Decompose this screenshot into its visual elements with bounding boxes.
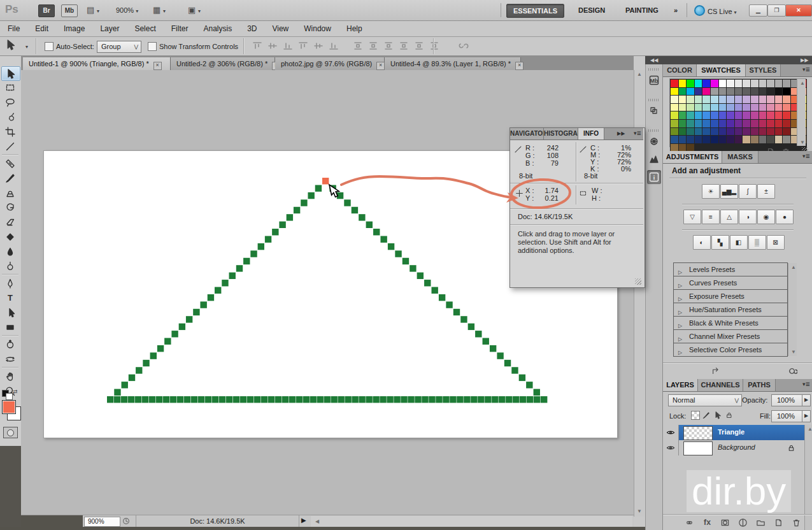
distribute-left-edges-icon[interactable] [399,41,410,52]
panel-menu-icon[interactable]: ▾≣ [802,153,810,159]
distribute-right-edges-icon[interactable] [429,41,441,52]
color-swatch[interactable] [775,88,783,96]
workspace-painting[interactable]: PAINTING [619,4,665,17]
color-swatch[interactable] [702,111,710,119]
history-panel-icon[interactable] [647,104,661,118]
color-swatch[interactable] [679,80,687,87]
color-swatch[interactable] [759,104,767,111]
color-swatch[interactable] [679,136,687,143]
tab-paths[interactable]: PATHS [743,379,776,391]
layer-style-button[interactable]: fx [702,518,712,530]
gradient-map-icon[interactable]: ▒ [748,235,766,250]
threshold-icon[interactable]: ◧ [730,235,748,250]
tab-close-icon[interactable]: × [376,62,385,70]
color-swatch[interactable] [783,80,790,87]
link-layers-button[interactable] [685,518,694,530]
color-swatch[interactable] [719,96,727,103]
cs-live-button[interactable]: CS Live ▾ [694,5,737,16]
color-swatch[interactable] [751,120,759,127]
photo-filter-icon[interactable]: ◉ [757,210,775,224]
color-swatch[interactable] [687,96,694,103]
color-swatch[interactable] [679,128,687,136]
new-layer-button[interactable] [774,518,783,530]
close-button[interactable]: ✕ [785,4,812,17]
color-swatch[interactable] [743,80,750,87]
preset-black-white-presets[interactable]: ▷Black & White Presets [673,316,788,330]
align-left-edges-icon[interactable] [298,41,310,52]
fill-slider-button[interactable]: ▶ [802,410,811,422]
color-swatch[interactable] [759,136,767,143]
color-swatch[interactable] [679,144,687,152]
layer-visibility-icon[interactable] [663,425,679,440]
color-swatch[interactable] [743,104,750,111]
color-swatch[interactable] [735,96,743,103]
color-swatch[interactable] [671,88,678,96]
color-swatch[interactable] [775,96,783,103]
color-swatch[interactable] [671,96,678,103]
tab-close-icon[interactable]: × [153,62,162,70]
color-swatch[interactable] [759,128,767,136]
color-swatch[interactable] [759,111,767,119]
arrange-documents-icon[interactable]: ▦ ▾ [153,5,166,17]
color-swatch[interactable] [687,144,694,152]
foreground-color-swatch[interactable] [2,400,16,414]
workspace-design[interactable]: DESIGN [572,4,611,17]
color-swatch[interactable] [783,128,790,136]
color-swatch[interactable] [719,88,727,96]
distribute-vertical-centers-icon[interactable] [368,41,380,52]
color-swatch[interactable] [775,104,783,111]
zoom-level-dropdown[interactable]: 900% ▾ [116,6,138,14]
color-swatch[interactable] [759,80,767,87]
hand-tool[interactable] [1,369,19,383]
tab-channels[interactable]: CHANNELS [698,379,743,391]
color-swatch[interactable] [695,111,702,119]
scroll-down-icon[interactable]: ▼ [788,349,799,355]
align-horizontal-centers-icon[interactable] [313,41,325,52]
menu-view[interactable]: View [264,24,296,33]
color-swatch[interactable] [735,120,743,127]
color-balance-icon[interactable]: △ [720,210,738,224]
tab-histogram[interactable]: HISTOGRAM [544,128,578,140]
color-swatch[interactable] [719,136,727,143]
color-swatch[interactable] [711,136,718,143]
tab-close-icon[interactable]: × [515,62,524,70]
color-swatch[interactable] [671,111,678,119]
gradient-tool[interactable] [1,230,19,243]
color-swatch[interactable] [759,96,767,103]
type-tool[interactable]: T [1,291,19,304]
horizontal-scrollbar[interactable]: ◀ [311,516,632,527]
eraser-tool[interactable] [1,215,19,229]
invert-icon[interactable]: ◐ [693,235,711,250]
preset-selective-color-presets[interactable]: ▷Selective Color Presets [673,343,788,357]
color-swatch[interactable] [679,104,687,111]
tool-preset-caret[interactable]: ▾ [25,44,28,50]
color-swatch[interactable] [687,128,694,136]
color-swatch[interactable] [783,120,790,127]
workspace-overflow-button[interactable]: » [667,4,684,17]
color-swatch[interactable] [695,80,702,87]
color-swatch[interactable] [687,80,694,87]
color-swatch[interactable] [767,136,774,143]
color-swatch[interactable] [727,80,734,87]
brightness-contrast-icon[interactable]: ☀ [702,184,720,199]
expand-icon[interactable]: ▷ [678,347,682,359]
status-menu-arrow[interactable]: ▶ [301,517,306,524]
vibrance-icon[interactable]: ▽ [683,210,701,224]
color-swatch[interactable] [767,96,774,103]
color-swatch[interactable] [727,128,734,136]
preset-channel-mixer-presets[interactable]: ▷Channel Mixer Presets [673,329,788,343]
color-swatch[interactable] [687,88,694,96]
curves-icon[interactable]: ʃ [739,184,757,199]
color-swatch[interactable] [751,111,759,119]
color-swatch[interactable] [711,111,718,119]
auto-select-dropdown[interactable]: Group⋁ [97,41,141,53]
color-swatch[interactable] [702,88,710,96]
quick-mask-button[interactable] [3,427,18,438]
path-select-tool[interactable] [1,306,19,319]
distribute-horizontal-centers-icon[interactable] [414,41,425,52]
navigator-panel-icon[interactable] [647,134,661,148]
layer-name[interactable]: Background [718,443,755,451]
layer-visibility-icon[interactable] [663,440,679,455]
menu-analysis[interactable]: Analysis [196,24,239,33]
color-swatch[interactable] [711,88,718,96]
